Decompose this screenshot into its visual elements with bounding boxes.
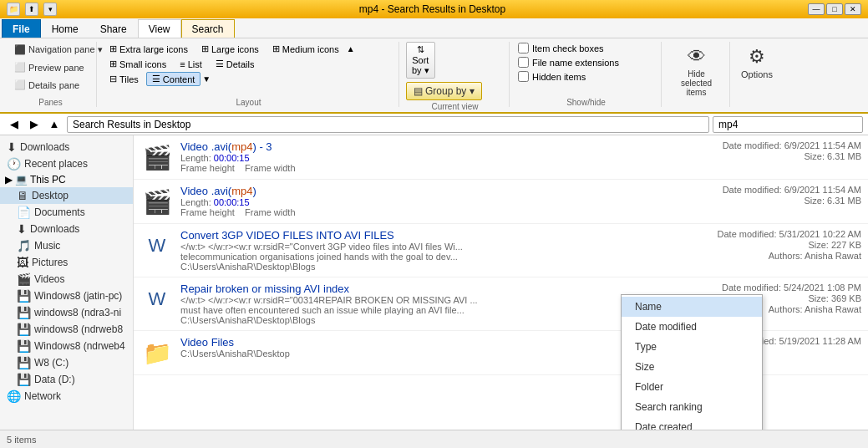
folder-icon: 📁 — [7, 3, 20, 16]
list-icon: ≡ — [180, 59, 185, 69]
videos-icon: 🎬 — [17, 272, 31, 286]
drive-jatin-icon: 💾 — [17, 289, 31, 303]
file-info-1: Video .avi(mp4) Length: 00:00:15 Frame h… — [180, 185, 671, 217]
status-bar: 5 items — [0, 430, 868, 448]
drive-ndrweb8-icon: 💾 — [17, 323, 31, 336]
sidebar-item-recent[interactable]: 🕐 Recent places — [0, 155, 133, 172]
sidebar-item-music[interactable]: 🎵 Music — [0, 237, 133, 254]
tab-file[interactable]: File — [2, 19, 41, 38]
drive-c-icon: 💾 — [17, 356, 31, 369]
table-row[interactable]: W Convert 3GP VIDEO FILES INTO AVI FILES… — [134, 224, 868, 277]
win8-jatin-label: Windows8 (jatin-pc) — [34, 290, 122, 302]
nav-pane-icon: ⬛ — [14, 44, 26, 55]
panes-group-label: Panes — [38, 96, 62, 107]
sort-group-label: Current view — [431, 100, 478, 111]
hidden-items-checkbox[interactable] — [518, 71, 529, 82]
content-area: 🎬 Video .avi(mp4) - 3 Length: 00:00:15 F… — [134, 135, 868, 430]
menu-item-type[interactable]: Type — [622, 337, 762, 357]
maximize-button[interactable]: □ — [826, 3, 843, 15]
tab-search[interactable]: Search — [181, 19, 235, 38]
videos-label: Videos — [34, 273, 64, 285]
sort-label: Sort — [412, 55, 429, 65]
forward-button[interactable]: ▶ — [25, 116, 43, 133]
tab-home[interactable]: Home — [41, 19, 89, 38]
table-row[interactable]: 🎬 Video .avi(mp4) - 3 Length: 00:00:15 F… — [134, 135, 868, 180]
downloads-quick-icon: ⬇ — [7, 140, 17, 154]
address-input[interactable] — [67, 116, 709, 133]
small-icons-btn[interactable]: ⊞ Small icons — [104, 57, 172, 71]
sort-by-button[interactable]: ⇅ Sort by ▾ — [406, 42, 435, 79]
menu-item-search-ranking[interactable]: Search ranking — [622, 397, 762, 417]
file-detail-1b: Frame height Frame width — [180, 207, 671, 217]
menu-item-date-created[interactable]: Date created — [622, 417, 762, 430]
extra-large-icons-btn[interactable]: ⊞ Extra large icons — [104, 42, 194, 56]
group-by-dropdown: Name Date modified Type Size Folder Sear… — [621, 294, 763, 430]
file-icon-3: W — [140, 283, 174, 316]
this-pc-header[interactable]: ▶ 💻 This PC — [0, 172, 133, 187]
sidebar-item-w8c[interactable]: 💾 W8 (C:) — [0, 354, 133, 371]
sidebar-item-win8-jatin[interactable]: 💾 Windows8 (jatin-pc) — [0, 288, 133, 304]
table-row[interactable]: 🎬 Video .avi(mp4) Length: 00:00:15 Frame… — [134, 180, 868, 224]
file-path-3: C:\Users\AnishaR\Desktop\Blogs — [180, 315, 671, 325]
layout-row-1: ⊞ Extra large icons ⊞ Large icons ⊞ Medi… — [104, 42, 355, 56]
window-controls[interactable]: — □ ✕ — [808, 3, 861, 15]
file-name-ext-checkbox[interactable] — [518, 57, 529, 68]
extra-large-icon: ⊞ — [109, 43, 117, 54]
tab-share[interactable]: Share — [89, 19, 138, 38]
ribbon-group-sort: ⇅ Sort by ▾ ▤ Group by ▾ Current view — [401, 42, 510, 107]
item-check-boxes-row: Item check boxes — [516, 42, 606, 54]
details-pane-button[interactable]: ⬜ Details pane — [10, 77, 84, 93]
highlight-0: mp4 — [231, 140, 252, 153]
details-btn[interactable]: ☰ Details — [210, 57, 261, 71]
group-by-button[interactable]: ▤ Group by ▾ — [406, 82, 482, 100]
menu-item-folder[interactable]: Folder — [622, 377, 762, 397]
file-path-4: C:\Users\AnishaR\Desktop — [180, 349, 671, 359]
sidebar-item-win8-ndrweb8[interactable]: 💾 windows8 (ndrweb8 — [0, 321, 133, 338]
minimize-button[interactable]: — — [808, 3, 825, 15]
desktop-label: Desktop — [32, 190, 69, 201]
medium-icons-icon: ⊞ — [272, 43, 280, 54]
back-button[interactable]: ◀ — [5, 116, 23, 133]
tab-view[interactable]: View — [138, 19, 181, 38]
sidebar-item-network[interactable]: 🌐 Network — [0, 388, 133, 405]
sidebar-item-downloads-quick[interactable]: ⬇ Downloads — [0, 139, 133, 155]
w8c-label: W8 (C:) — [34, 357, 69, 369]
file-info-2: Convert 3GP VIDEO FILES INTO AVI FILES <… — [180, 229, 671, 272]
sidebar-item-win8-ndrweb4[interactable]: 💾 Windows8 (ndrweb4 — [0, 338, 133, 354]
sidebar-item-datad[interactable]: 💾 Data (D:) — [0, 371, 133, 388]
showhide-content: Item check boxes File name extensions Hi… — [516, 42, 656, 96]
item-check-boxes-checkbox[interactable] — [518, 43, 529, 53]
sidebar-item-win8-ndra3[interactable]: 💾 windows8 (ndra3-ni — [0, 304, 133, 321]
sidebar-item-documents[interactable]: 📄 Documents — [0, 204, 133, 221]
file-detail-2a: </w:t> </w:r><w:r w:rsidR="Convert 3GP v… — [180, 242, 671, 252]
search-input[interactable] — [713, 116, 863, 133]
sidebar-item-downloads[interactable]: ⬇ Downloads — [0, 221, 133, 237]
file-info-0: Video .avi(mp4) - 3 Length: 00:00:15 Fra… — [180, 140, 671, 173]
tiles-btn[interactable]: ⊟ Tiles — [104, 72, 145, 86]
sidebar-item-videos[interactable]: 🎬 Videos — [0, 271, 133, 288]
sidebar-item-desktop[interactable]: 🖥 Desktop — [0, 187, 133, 204]
menu-item-size[interactable]: Size — [622, 357, 762, 377]
file-detail-3b: must have often encountered such an issu… — [180, 305, 671, 315]
medium-icons-btn[interactable]: ⊞ Medium icons — [266, 42, 345, 56]
menu-item-name[interactable]: Name — [622, 297, 762, 317]
hide-selected-label: Hide selected items — [674, 69, 718, 97]
list-btn[interactable]: ≡ List — [174, 58, 208, 71]
hide-selected-button[interactable]: 👁 Hide selected items — [668, 42, 724, 101]
menu-item-date-modified[interactable]: Date modified — [622, 317, 762, 337]
up-button[interactable]: ▲ — [45, 116, 63, 133]
layout-scroll-up[interactable]: ▲ — [347, 44, 355, 53]
preview-pane-button[interactable]: ⬜ Preview pane — [10, 59, 89, 75]
content-btn[interactable]: ☰ Content — [146, 72, 201, 86]
close-button[interactable]: ✕ — [845, 3, 861, 15]
large-icons-btn[interactable]: ⊞ Large icons — [195, 42, 265, 56]
layout-scroll-down[interactable]: ▼ — [202, 74, 211, 84]
file-name-1: Video .avi(mp4) — [180, 185, 671, 197]
dropdown-icon[interactable]: ▾ — [43, 3, 57, 16]
hide-selected-icon: 👁 — [688, 46, 706, 68]
sidebar-item-pictures[interactable]: 🖼 Pictures — [0, 254, 133, 271]
options-button[interactable]: ⚙ Options — [735, 42, 779, 84]
file-name-ext-label: File name extensions — [532, 58, 619, 68]
navigation-pane-button[interactable]: ⬛ Navigation pane ▾ — [10, 42, 107, 58]
up-icon[interactable]: ⬆ — [25, 3, 38, 16]
